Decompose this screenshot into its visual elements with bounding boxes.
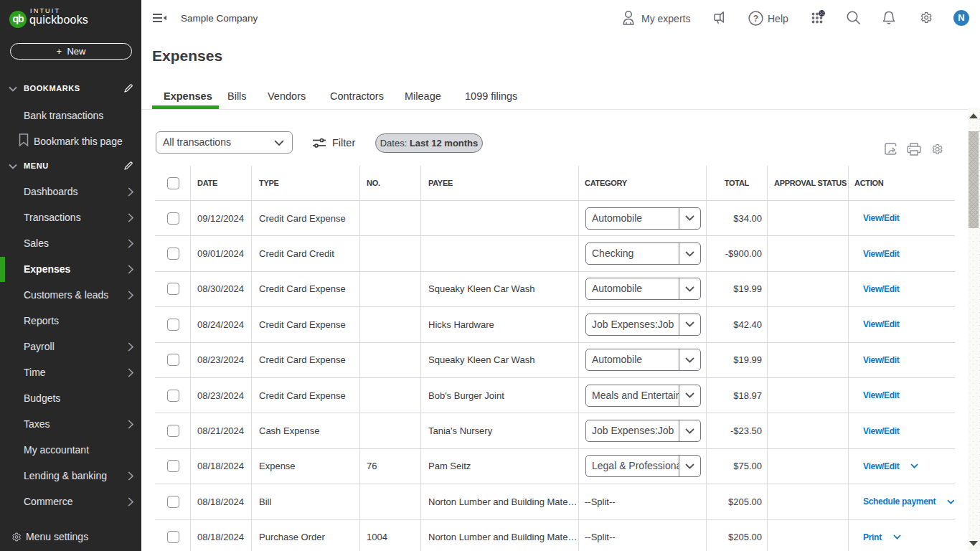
svg-text:?: ? (753, 14, 758, 24)
